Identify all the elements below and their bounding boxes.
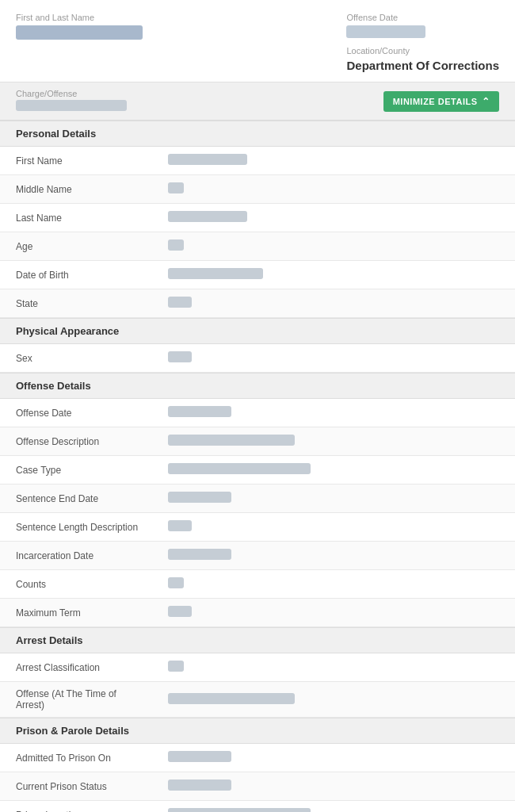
location-value: Department Of Corrections — [346, 59, 499, 72]
header-left: First and Last Name — [16, 13, 143, 72]
row-value — [158, 176, 515, 202]
table-row: Last Name — [0, 204, 515, 232]
header-section: First and Last Name Offense Date Locatio… — [0, 0, 515, 82]
blurred-field — [168, 239, 184, 251]
blurred-field — [168, 779, 231, 791]
row-value — [158, 773, 515, 799]
row-value — [158, 290, 515, 316]
row-value — [158, 687, 515, 713]
table-row: Arrest Classification — [0, 653, 515, 682]
charge-bar: Charge/Offense MINIMIZE DETAILS ⌃ — [0, 82, 515, 121]
charge-value — [16, 100, 127, 111]
blurred-field — [168, 154, 247, 165]
row-label: Offense Description — [0, 430, 158, 454]
table-row: Maximum Term — [0, 599, 515, 627]
row-label: Date of Birth — [0, 263, 158, 287]
table-row: Case Type — [0, 456, 515, 485]
header-right: Offense Date Location/County Department … — [346, 13, 499, 72]
row-value — [158, 654, 515, 680]
row-value — [158, 428, 515, 454]
prison-parole-rows: Admitted To Prison OnCurrent Prison Stat… — [0, 744, 515, 812]
blurred-field — [168, 182, 184, 193]
row-label: Sentence Length Description — [0, 515, 158, 539]
blurred-field — [168, 577, 184, 588]
row-label: Counts — [0, 573, 158, 596]
row-value — [158, 802, 515, 812]
row-value — [158, 345, 515, 371]
chevron-up-icon: ⌃ — [482, 96, 490, 107]
row-label: Sex — [0, 347, 158, 370]
row-label: Middle Name — [0, 178, 158, 201]
table-row: Sex — [0, 344, 515, 373]
table-row: Age — [0, 232, 515, 261]
arrest-details-header: Arrest Details — [0, 627, 515, 653]
personal-details-rows: First NameMiddle NameLast NameAgeDate of… — [0, 147, 515, 318]
row-label: Current Prison Status — [0, 775, 158, 799]
charge-label: Charge/Offense — [16, 89, 127, 98]
table-row: Offense (At The Time of Arrest) — [0, 682, 515, 718]
personal-details-header: Personal Details — [0, 121, 515, 147]
physical-appearance-rows: Sex — [0, 344, 515, 373]
blurred-field — [168, 751, 231, 762]
row-value — [158, 262, 515, 288]
row-label: Maximum Term — [0, 601, 158, 625]
minimize-button-label: MINIMIZE DETAILS — [393, 97, 478, 106]
minimize-details-button[interactable]: MINIMIZE DETAILS ⌃ — [383, 91, 499, 112]
charge-info: Charge/Offense — [16, 89, 127, 113]
row-value — [158, 599, 515, 626]
first-last-name-value — [16, 25, 143, 40]
blurred-field — [168, 211, 247, 222]
row-label: Age — [0, 235, 158, 259]
row-value — [158, 514, 515, 540]
table-row: Current Prison Status — [0, 772, 515, 801]
row-label: Prison Location — [0, 803, 158, 813]
blurred-field — [168, 520, 192, 531]
table-row: Offense Date — [0, 399, 515, 427]
blurred-field — [168, 406, 231, 417]
offense-details-rows: Offense DateOffense DescriptionCase Type… — [0, 399, 515, 627]
row-label: Incarceration Date — [0, 544, 158, 568]
blurred-field — [168, 606, 192, 617]
blurred-field — [168, 661, 184, 672]
table-row: Date of Birth — [0, 261, 515, 289]
row-value — [158, 457, 515, 483]
row-label: Offense (At The Time of Arrest) — [0, 682, 158, 717]
row-value — [158, 233, 515, 259]
table-row: Middle Name — [0, 175, 515, 204]
offense-date-label: Offense Date — [346, 13, 499, 22]
blurred-field — [168, 693, 295, 704]
blurred-field — [168, 549, 231, 560]
first-last-name-label: First and Last Name — [16, 13, 143, 22]
blurred-field — [168, 463, 311, 474]
row-label: State — [0, 292, 158, 316]
arrest-details-rows: Arrest ClassificationOffense (At The Tim… — [0, 653, 515, 718]
row-label: Case Type — [0, 458, 158, 482]
row-value — [158, 205, 515, 231]
prison-parole-header: Prison & Parole Details — [0, 718, 515, 744]
blurred-field — [168, 808, 311, 812]
row-value — [158, 542, 515, 569]
location-county-label: Location/County — [346, 46, 499, 56]
table-row: Sentence End Date — [0, 485, 515, 513]
row-label: Sentence End Date — [0, 487, 158, 511]
blurred-field — [168, 435, 295, 446]
table-row: State — [0, 289, 515, 318]
row-value — [158, 745, 515, 771]
row-label: Admitted To Prison On — [0, 746, 158, 770]
table-row: Sentence Length Description — [0, 513, 515, 542]
row-label: Offense Date — [0, 401, 158, 425]
row-value — [158, 571, 515, 597]
table-row: Offense Description — [0, 427, 515, 456]
row-value — [158, 147, 515, 174]
row-value — [158, 400, 515, 426]
blurred-field — [168, 297, 192, 308]
table-row: First Name — [0, 147, 515, 175]
table-row: Prison Location — [0, 801, 515, 812]
row-label: Last Name — [0, 206, 158, 230]
row-label: Arrest Classification — [0, 656, 158, 680]
table-row: Incarceration Date — [0, 542, 515, 570]
offense-details-header: Offense Details — [0, 373, 515, 399]
blurred-field — [168, 268, 263, 279]
offense-date-value — [346, 25, 425, 38]
blurred-field — [168, 492, 231, 503]
